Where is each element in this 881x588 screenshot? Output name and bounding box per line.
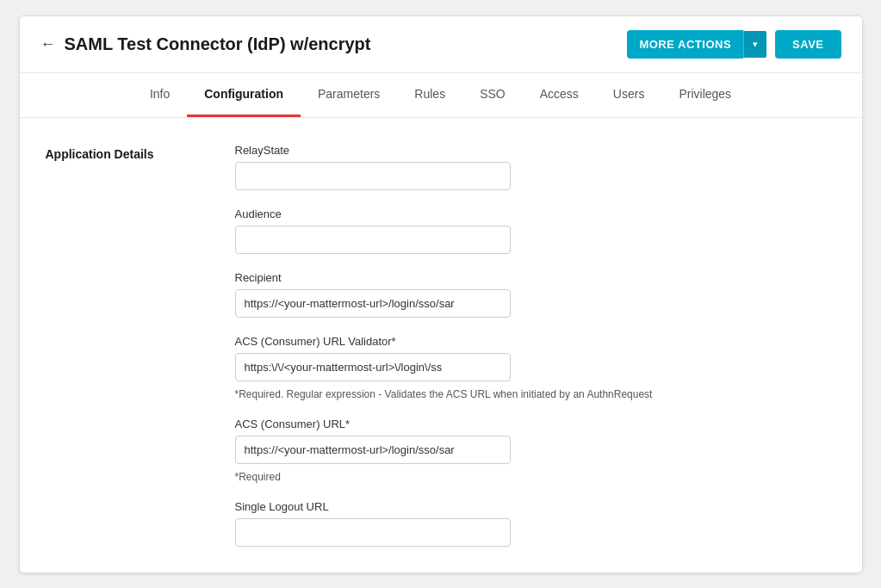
tabs-bar: Info Configuration Parameters Rules SSO … (20, 73, 862, 118)
acs-url-label: ACS (Consumer) URL* (235, 418, 836, 430)
relay-state-label: RelayState (235, 144, 836, 157)
field-audience: Audience (235, 207, 836, 254)
field-acs-url-validator: ACS (Consumer) URL Validator* *Required.… (235, 335, 836, 400)
header: ← SAML Test Connector (IdP) w/encrypt MO… (20, 16, 862, 73)
header-actions: MORE ACTIONS ▾ SAVE (627, 30, 841, 59)
tab-sso[interactable]: SSO (462, 73, 523, 117)
field-recipient: Recipient (235, 271, 836, 318)
tab-parameters[interactable]: Parameters (301, 73, 397, 117)
single-logout-url-input[interactable] (235, 518, 511, 547)
page-title: SAML Test Connector (IdP) w/encrypt (65, 34, 371, 54)
more-actions-button[interactable]: MORE ACTIONS (627, 30, 743, 59)
tab-configuration[interactable]: Configuration (187, 73, 301, 117)
acs-url-input[interactable] (235, 436, 511, 464)
acs-url-validator-input[interactable] (235, 353, 511, 381)
single-logout-url-label: Single Logout URL (235, 500, 836, 513)
header-left: ← SAML Test Connector (IdP) w/encrypt (40, 34, 371, 54)
section-label: Application Details (46, 144, 201, 547)
field-acs-url: ACS (Consumer) URL* *Required (235, 418, 836, 483)
tab-privileges[interactable]: Privileges (661, 73, 748, 117)
acs-url-validator-label: ACS (Consumer) URL Validator* (235, 335, 836, 348)
audience-input[interactable] (235, 226, 511, 254)
app-container: ← SAML Test Connector (IdP) w/encrypt MO… (19, 15, 863, 573)
relay-state-input[interactable] (235, 162, 511, 190)
tab-info[interactable]: Info (133, 73, 187, 117)
acs-url-required-note: *Required (235, 471, 836, 483)
audience-label: Audience (235, 207, 836, 220)
acs-url-validator-hint: *Required. Regular expression - Validate… (235, 388, 836, 400)
tab-users[interactable]: Users (596, 73, 662, 117)
save-button[interactable]: SAVE (775, 30, 841, 59)
recipient-input[interactable] (235, 289, 511, 318)
tab-access[interactable]: Access (523, 73, 596, 117)
field-relay-state: RelayState (235, 144, 836, 190)
recipient-label: Recipient (235, 271, 836, 284)
more-actions-caret-button[interactable]: ▾ (743, 31, 766, 58)
content-area: Application Details RelayState Audience … (20, 118, 862, 573)
back-arrow-icon[interactable]: ← (40, 35, 56, 53)
tab-rules[interactable]: Rules (397, 73, 462, 117)
form-section: RelayState Audience Recipient ACS (Consu… (235, 144, 836, 547)
field-single-logout-url: Single Logout URL (235, 500, 836, 547)
more-actions-button-group: MORE ACTIONS ▾ (627, 30, 766, 59)
